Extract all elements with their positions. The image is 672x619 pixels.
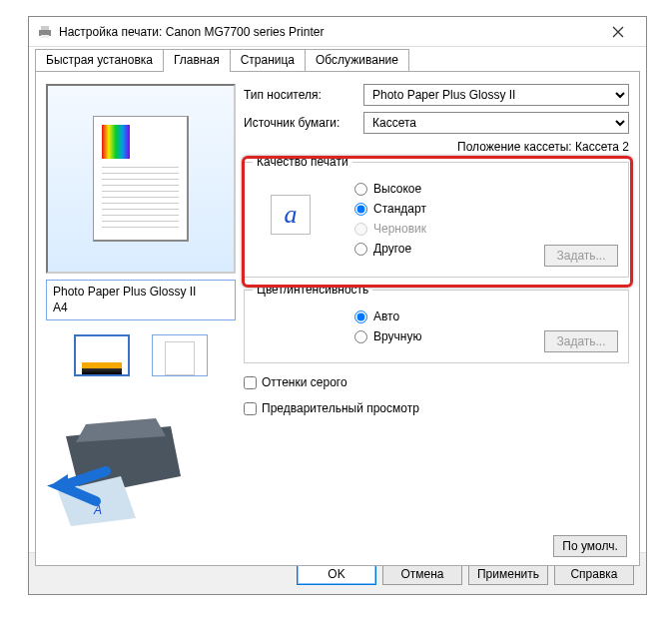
media-type-label: Тип носителя: xyxy=(244,88,363,102)
quality-standard-label: Стандарт xyxy=(373,202,426,216)
tab-quick-setup[interactable]: Быстрая установка xyxy=(35,49,164,71)
close-button[interactable] xyxy=(598,18,638,46)
color-manual-label: Вручную xyxy=(373,329,421,343)
window-title: Настройка печати: Canon MG7700 series Pr… xyxy=(59,25,598,39)
color-intensity-group: Цвет/интенсивность Авто Вручную Задать..… xyxy=(244,290,629,363)
defaults-button[interactable]: По умолч. xyxy=(553,535,627,557)
tab-main[interactable]: Главная xyxy=(163,49,231,72)
preview-checkbox-label: Предварительный просмотр xyxy=(262,401,419,415)
grayscale-checkbox[interactable] xyxy=(244,376,257,389)
preview-size: A4 xyxy=(53,301,68,314)
media-type-select[interactable]: Photo Paper Plus Glossy II xyxy=(363,84,629,106)
quality-other-radio[interactable] xyxy=(354,243,367,256)
quality-draft-radio xyxy=(354,223,367,236)
quality-high-radio[interactable] xyxy=(354,183,367,196)
quality-set-button: Задать... xyxy=(544,245,618,267)
print-quality-legend: Качество печати xyxy=(253,155,352,169)
dialog-window: Настройка печати: Canon MG7700 series Pr… xyxy=(28,16,647,595)
preview-label: Photo Paper Plus Glossy II A4 xyxy=(46,280,236,320)
color-set-button: Задать... xyxy=(544,330,618,352)
preview-checkbox[interactable] xyxy=(244,402,257,415)
titlebar: Настройка печати: Canon MG7700 series Pr… xyxy=(29,17,646,47)
quality-high-label: Высокое xyxy=(373,182,421,196)
tray-option-2[interactable] xyxy=(152,334,208,376)
tab-panel-main: Photo Paper Plus Glossy II A4 A Тип носи… xyxy=(35,71,640,566)
color-intensity-legend: Цвет/интенсивность xyxy=(253,283,372,297)
tray-option-1[interactable] xyxy=(74,334,130,376)
svg-rect-1 xyxy=(41,26,49,30)
color-manual-radio[interactable] xyxy=(354,330,367,343)
quality-other-label: Другое xyxy=(373,242,411,256)
svg-rect-2 xyxy=(41,35,49,38)
quality-icon: a xyxy=(271,195,311,235)
print-quality-group: Качество печати a Высокое Стандарт Черно… xyxy=(244,162,629,278)
svg-text:A: A xyxy=(93,503,102,517)
color-auto-label: Авто xyxy=(373,310,399,323)
quality-standard-radio[interactable] xyxy=(354,203,367,216)
tabs: Быстрая установка Главная Страница Обслу… xyxy=(29,47,646,71)
paper-source-select[interactable]: Кассета xyxy=(363,112,629,134)
cassette-position-label: Положение кассеты: Кассета 2 xyxy=(244,140,629,154)
tab-page[interactable]: Страница xyxy=(230,49,306,71)
preview-media: Photo Paper Plus Glossy II xyxy=(53,285,196,299)
printer-illustration: A xyxy=(46,396,196,526)
tab-maintenance[interactable]: Обслуживание xyxy=(305,49,409,71)
grayscale-label: Оттенки серого xyxy=(262,375,347,389)
paper-source-label: Источник бумаги: xyxy=(244,116,363,130)
page-preview xyxy=(46,84,236,274)
quality-draft-label: Черновик xyxy=(373,222,426,236)
printer-icon xyxy=(37,24,53,40)
color-auto-radio[interactable] xyxy=(354,310,367,323)
